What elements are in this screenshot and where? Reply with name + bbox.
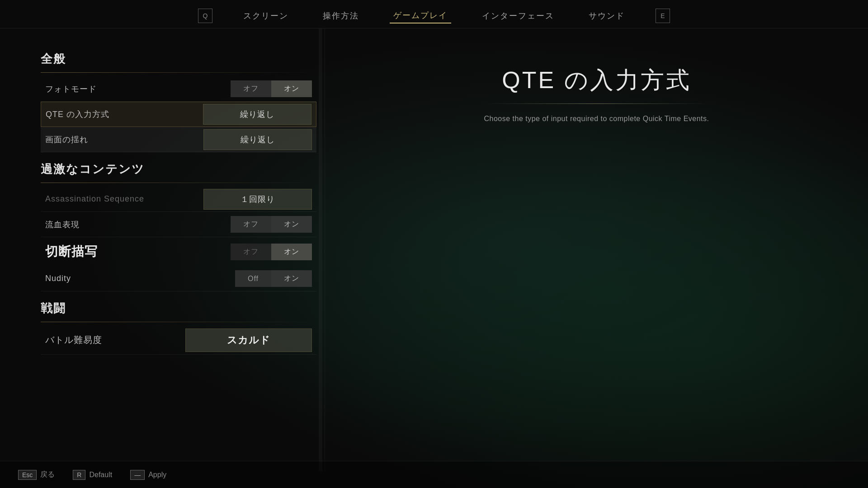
apply-key: —	[130, 470, 145, 480]
section-divider-mature	[41, 183, 316, 183]
setting-row-battle-difficulty[interactable]: バトル難易度 スカルド	[41, 326, 316, 355]
info-description: Choose the type of input required to com…	[484, 113, 709, 125]
nav-item-interface[interactable]: インターフェース	[478, 9, 558, 23]
toggle-blood-off[interactable]: オフ	[231, 216, 271, 233]
nav-icon-e[interactable]: E	[656, 9, 670, 23]
toggle-nudity[interactable]: Off オン	[235, 270, 312, 287]
right-panel: QTE の入力方式 Choose the type of input requi…	[325, 28, 868, 471]
setting-row-qte-input[interactable]: QTE の入力方式 繰り返し	[41, 102, 316, 127]
bottom-bar: Esc 戻る R Default — Apply	[0, 461, 868, 488]
value-screen-shake[interactable]: 繰り返し	[203, 129, 312, 150]
toggle-blood-on[interactable]: オン	[271, 216, 312, 233]
label-qte-input: QTE の入力方式	[46, 109, 203, 120]
toggle-photo-mode-on[interactable]: オン	[271, 80, 312, 97]
value-assassination[interactable]: １回限り	[203, 189, 312, 210]
nav-icon-q[interactable]: Q	[198, 9, 212, 23]
main-content: 全般 フォトモード オフ オン QTE の入力方式 繰り返し 画面の揺れ 繰り返…	[0, 28, 868, 471]
section-divider-general	[41, 72, 316, 73]
toggle-photo-mode[interactable]: オフ オン	[231, 80, 312, 97]
toggle-dismemberment-off[interactable]: オフ	[231, 244, 271, 260]
label-dismemberment: 切断描写	[45, 243, 231, 260]
label-battle-difficulty: バトル難易度	[45, 334, 185, 346]
info-divider	[484, 103, 710, 104]
label-screen-shake: 画面の揺れ	[45, 134, 203, 145]
toggle-nudity-off[interactable]: Off	[235, 270, 271, 287]
section-header-mature: 過激なコンテンツ	[41, 161, 316, 177]
label-blood: 流血表現	[45, 219, 231, 230]
setting-row-assassination[interactable]: Assassination Sequence １回限り	[41, 187, 316, 212]
back-button[interactable]: Esc 戻る	[18, 470, 55, 480]
section-header-combat: 戦闘	[41, 300, 316, 316]
setting-row-blood[interactable]: 流血表現 オフ オン	[41, 212, 316, 237]
default-key: R	[73, 470, 85, 480]
toggle-blood[interactable]: オフ オン	[231, 216, 312, 233]
back-key: Esc	[18, 470, 37, 480]
label-assassination: Assassination Sequence	[45, 194, 203, 204]
nav-item-sound[interactable]: サウンド	[585, 9, 628, 23]
toggle-nudity-on[interactable]: オン	[271, 270, 312, 287]
nav-item-gameplay[interactable]: ゲームプレイ	[390, 8, 451, 23]
top-nav: Q スクリーン 操作方法 ゲームプレイ インターフェース サウンド E	[0, 0, 868, 28]
setting-row-photo-mode[interactable]: フォトモード オフ オン	[41, 76, 316, 102]
apply-label: Apply	[148, 471, 166, 479]
toggle-dismemberment-on[interactable]: オン	[271, 244, 312, 260]
q-icon-label: Q	[203, 12, 208, 19]
nav-item-screen[interactable]: スクリーン	[240, 9, 292, 23]
label-nudity: Nudity	[45, 274, 235, 283]
setting-row-screen-shake[interactable]: 画面の揺れ 繰り返し	[41, 127, 316, 152]
default-button[interactable]: R Default	[73, 470, 112, 480]
toggle-dismemberment[interactable]: オフ オン	[231, 244, 312, 260]
apply-button[interactable]: — Apply	[130, 470, 166, 480]
setting-row-nudity[interactable]: Nudity Off オン	[41, 266, 316, 291]
info-title: QTE の入力方式	[502, 65, 691, 96]
label-photo-mode: フォトモード	[45, 84, 231, 94]
default-label: Default	[89, 471, 112, 479]
scroll-divider	[319, 28, 322, 471]
e-icon-label: E	[660, 12, 665, 19]
nav-item-controls[interactable]: 操作方法	[319, 9, 363, 23]
back-label: 戻る	[40, 470, 55, 479]
section-divider-combat	[41, 322, 316, 322]
value-qte-input[interactable]: 繰り返し	[203, 104, 311, 125]
section-header-general: 全般	[41, 51, 316, 67]
setting-row-dismemberment[interactable]: 切断描写 オフ オン	[41, 237, 316, 266]
left-panel: 全般 フォトモード オフ オン QTE の入力方式 繰り返し 画面の揺れ 繰り返…	[0, 28, 316, 471]
toggle-photo-mode-off[interactable]: オフ	[231, 80, 271, 97]
page-container: Q スクリーン 操作方法 ゲームプレイ インターフェース サウンド E 全般 フ…	[0, 0, 868, 488]
value-battle-difficulty[interactable]: スカルド	[185, 328, 312, 352]
